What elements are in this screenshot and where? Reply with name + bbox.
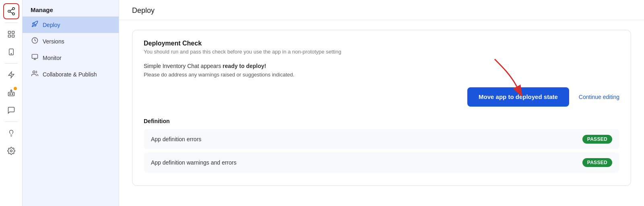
main-content: Deployment Check You should run and pass… xyxy=(119,20,644,196)
sidebar-item-collaborate[interactable]: Collaborate & Publish xyxy=(23,66,119,82)
deploy-icon xyxy=(31,21,39,29)
settings-bottom-icon[interactable] xyxy=(3,143,19,159)
ready-text: Simple Inventory Chat appears ready to d… xyxy=(144,63,619,69)
chat-icon[interactable] xyxy=(3,102,19,118)
notification-badge xyxy=(14,87,17,90)
lightning-icon[interactable] xyxy=(3,67,19,83)
svg-point-0 xyxy=(12,8,14,10)
ready-section: Simple Inventory Chat appears ready to d… xyxy=(144,63,619,78)
svg-rect-6 xyxy=(12,31,14,34)
action-row: Move app to deployed state Continue edit… xyxy=(144,87,619,107)
monitor-icon xyxy=(31,54,39,62)
svg-rect-13 xyxy=(8,92,14,96)
divider-1 xyxy=(5,23,18,23)
mobile-icon[interactable] xyxy=(3,44,19,60)
collaborate-icon xyxy=(31,70,39,78)
deployment-check-subtitle: You should run and pass this check befor… xyxy=(144,49,619,55)
check-row-1: App definition warnings and errors PASSE… xyxy=(144,152,619,173)
svg-rect-7 xyxy=(8,35,10,37)
svg-marker-12 xyxy=(8,72,14,78)
versions-label: Versions xyxy=(43,38,64,45)
svg-rect-23 xyxy=(32,54,37,58)
monitor-label: Monitor xyxy=(43,55,62,61)
svg-point-11 xyxy=(11,54,12,54)
manage-icon[interactable] xyxy=(3,3,19,19)
page-title: Deploy xyxy=(132,6,631,15)
svg-point-14 xyxy=(9,94,10,95)
deploy-button[interactable]: Move app to deployed state xyxy=(467,87,569,107)
svg-rect-8 xyxy=(12,35,14,37)
check-label-0: App definition errors xyxy=(151,136,201,142)
check-row-0: App definition errors PASSED xyxy=(144,129,619,149)
versions-icon xyxy=(31,37,39,45)
grid-icon[interactable] xyxy=(3,26,19,42)
svg-point-26 xyxy=(33,71,35,73)
icon-bar xyxy=(0,0,23,206)
deployment-check-title: Deployment Check xyxy=(144,40,619,47)
continue-editing-button[interactable]: Continue editing xyxy=(579,94,619,100)
svg-point-16 xyxy=(10,90,12,91)
check-badge-0: PASSED xyxy=(582,135,612,144)
main-header: Deploy xyxy=(119,0,644,20)
ready-text-prefix: Simple Inventory Chat appears xyxy=(144,63,223,69)
warning-text: Please do address any warnings raised or… xyxy=(144,72,619,78)
robot-icon[interactable] xyxy=(3,84,19,101)
svg-point-15 xyxy=(12,94,13,95)
sidebar-item-deploy[interactable]: Deploy xyxy=(23,16,119,33)
lightbulb-icon[interactable] xyxy=(3,125,19,141)
sidebar-item-monitor[interactable]: Monitor xyxy=(23,49,119,66)
sidebar-item-versions[interactable]: Versions xyxy=(23,33,119,49)
svg-point-2 xyxy=(12,13,14,15)
svg-point-21 xyxy=(10,150,12,152)
check-label-1: App definition warnings and errors xyxy=(151,159,236,166)
main-panel: Deploy Deployment Check You should run a… xyxy=(119,0,644,206)
svg-line-3 xyxy=(10,12,12,13)
svg-point-1 xyxy=(8,10,10,12)
check-badge-1: PASSED xyxy=(582,158,612,167)
divider-3 xyxy=(5,122,18,122)
divider-2 xyxy=(5,63,18,64)
ready-bold: ready to deploy! xyxy=(223,63,266,69)
svg-line-4 xyxy=(10,9,12,11)
definition-title: Definition xyxy=(144,118,619,124)
deploy-label: Deploy xyxy=(43,22,60,28)
deployment-card: Deployment Check You should run and pass… xyxy=(132,30,631,186)
sidebar: Manage Deploy Versions xyxy=(23,0,119,206)
collaborate-label: Collaborate & Publish xyxy=(43,71,97,78)
definition-section: Definition App definition errors PASSED … xyxy=(144,118,619,173)
svg-rect-5 xyxy=(8,31,10,34)
sidebar-title: Manage xyxy=(23,0,119,16)
